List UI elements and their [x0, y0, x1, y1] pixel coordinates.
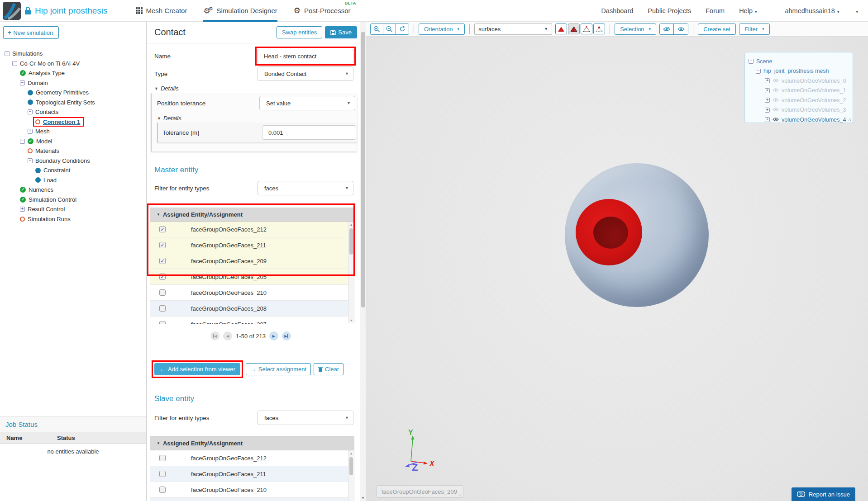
resize-handle[interactable] — [847, 117, 852, 122]
nav-dashboard[interactable]: Dashboard — [601, 7, 633, 14]
tree-item-connection-1[interactable]: Connection 1 — [0, 117, 145, 127]
eye-icon[interactable] — [773, 117, 779, 123]
refresh-button[interactable] — [396, 24, 409, 34]
nav-help-menu[interactable]: Help▾ — [739, 7, 757, 14]
render-surfaces-edges-button[interactable] — [568, 24, 580, 34]
tree-item-materials[interactable]: Materials — [0, 146, 145, 156]
sort-icon[interactable]: ▼ — [157, 213, 160, 217]
tab-simulation-designer[interactable]: ⚙⚙ Simulation Designer — [203, 0, 277, 22]
entity-row[interactable]: faceGroupOnGeoFaces_210 — [150, 482, 354, 498]
collapse-icon[interactable]: − — [5, 51, 10, 56]
master-table-scrollbar[interactable]: ▲ ▼ — [348, 222, 354, 323]
new-simulation-button[interactable]: + New simulation — [3, 26, 59, 39]
render-points-button[interactable] — [593, 24, 605, 34]
extra-menu[interactable]: ▾ — [854, 7, 858, 14]
eye-icon-dim[interactable] — [773, 78, 779, 84]
display-mode-select[interactable]: surfaces ▼ — [474, 24, 552, 35]
tree-item-contacts[interactable]: −Contacts — [0, 107, 145, 117]
tree-item-load[interactable]: Load — [0, 175, 145, 185]
tree-item-co-cr-mo-on-ti-6al-4v[interactable]: −Co-Cr-Mo on Ti-6Al-4V — [0, 59, 145, 69]
scene-volume-volumeongeovolumes-3[interactable]: +volumeOnGeoVolumes_3 — [749, 105, 849, 115]
assigned-checkbox[interactable]: ✓ — [159, 258, 166, 264]
assigned-column-header[interactable]: Assigned — [163, 440, 190, 447]
eye-icon-dim[interactable] — [773, 107, 779, 113]
entity-row[interactable]: faceGroupOnGeoFaces_211 — [150, 466, 354, 482]
slave-filter-select[interactable]: faces▼ — [258, 411, 353, 425]
tree-item-result-control[interactable]: +Result Control — [0, 204, 145, 214]
orientation-dropdown[interactable]: Orientation ▾ — [419, 24, 465, 35]
entity-row[interactable]: ✓faceGroupOnGeoFaces_205 — [150, 269, 354, 285]
entity-row[interactable]: faceGroupOnGeoFaces_207 — [150, 317, 354, 324]
resize-handle[interactable] — [458, 492, 462, 496]
contact-type-select[interactable]: Bonded Contact▼ — [258, 66, 353, 81]
assigned-checkbox[interactable] — [159, 471, 166, 477]
expand-icon[interactable]: + — [765, 108, 770, 113]
entity-row[interactable]: faceGroupOnGeoFaces_208 — [150, 301, 354, 317]
tree-item-topological-entity-sets[interactable]: Topological Entity Sets — [0, 98, 145, 108]
collapse-icon[interactable]: − — [749, 59, 754, 64]
slave-table-scrollbar[interactable]: ▲ — [348, 450, 354, 501]
assigned-checkbox[interactable] — [159, 305, 166, 312]
entity-column-header[interactable]: Entity/Assignment — [191, 440, 243, 447]
assigned-checkbox[interactable] — [159, 321, 166, 324]
simscale-logo[interactable] — [3, 2, 21, 20]
tree-item-mesh[interactable]: +Mesh — [0, 127, 145, 137]
select-assignment-button[interactable]: → Select assignment — [246, 363, 311, 375]
tree-item-boundary-conditions[interactable]: −Boundary Conditions — [0, 156, 145, 166]
create-set-button[interactable]: Create set — [698, 24, 736, 35]
save-button[interactable]: Save — [325, 26, 357, 38]
hide-selection-button[interactable] — [660, 24, 674, 34]
scene-volume-volumeongeovolumes-1[interactable]: +volumeOnGeoVolumes_1 — [749, 86, 849, 96]
expand-icon[interactable]: + — [28, 129, 33, 134]
expand-icon[interactable]: + — [20, 207, 25, 212]
inner-details-toggle[interactable]: ▼ Details — [157, 115, 357, 122]
render-solid-button[interactable] — [555, 24, 567, 34]
entity-column-header[interactable]: Entity/Assignment — [191, 211, 243, 218]
tree-item-constraint[interactable]: Constraint — [0, 165, 145, 175]
tree-item-simulation-runs[interactable]: Simulation Runs — [0, 214, 145, 224]
tolerance-input[interactable] — [262, 125, 356, 140]
eye-icon-dim[interactable] — [773, 97, 779, 104]
report-an-issue-button[interactable]: Report an issue — [792, 487, 855, 501]
collapse-icon[interactable]: − — [28, 158, 33, 163]
last-page-button[interactable]: ▶ — [282, 331, 291, 340]
expand-icon[interactable]: + — [765, 117, 770, 122]
selection-dropdown[interactable]: Selection ▾ — [615, 24, 656, 35]
assigned-checkbox[interactable] — [159, 487, 166, 493]
tab-post-processor[interactable]: ⚙ Post-Processor BETA — [294, 0, 351, 22]
scroll-down-icon[interactable]: ▼ — [348, 317, 354, 323]
scene-root[interactable]: − Scene — [749, 57, 849, 66]
eye-icon-dim[interactable] — [773, 87, 779, 94]
model-bore-hole[interactable] — [593, 217, 628, 249]
tab-mesh-creator[interactable]: Mesh Creator — [136, 0, 187, 22]
entity-row[interactable]: faceGroupOnGeoFaces_209 — [150, 498, 354, 501]
collapse-icon[interactable]: − — [756, 69, 761, 74]
scene-mesh-node[interactable]: − hip_joint_prosthesis mesh — [749, 66, 849, 76]
tree-item-domain[interactable]: −Domain — [0, 78, 145, 88]
first-page-button[interactable]: ◀ — [210, 331, 219, 340]
details-toggle[interactable]: ▼ Details — [154, 85, 179, 92]
contact-name-input[interactable] — [258, 49, 353, 63]
clear-button[interactable]: Clear — [314, 363, 343, 375]
scroll-up-icon[interactable]: ▲ — [348, 450, 354, 456]
scene-volume-volumeongeovolumes-2[interactable]: +volumeOnGeoVolumes_2 — [749, 95, 849, 105]
expand-icon[interactable]: + — [765, 98, 770, 103]
scrollbar-thumb[interactable] — [361, 32, 365, 307]
show-selection-button[interactable] — [674, 24, 688, 34]
scene-volume-volumeongeovolumes-4[interactable]: +volumeOnGeoVolumes_4 — [749, 115, 849, 125]
nav-public-projects[interactable]: Public Projects — [648, 7, 691, 14]
sort-icon[interactable]: ▼ — [157, 441, 160, 445]
user-menu[interactable]: ahmedhussain18▾ — [785, 7, 839, 14]
panel-scrollbar[interactable]: ▼ — [360, 22, 366, 501]
scroll-up-icon[interactable]: ▲ — [348, 222, 354, 227]
expand-icon[interactable]: + — [765, 78, 770, 83]
assigned-checkbox[interactable] — [159, 455, 166, 461]
entity-row[interactable]: ✓faceGroupOnGeoFaces_211 — [150, 237, 354, 253]
tree-item-geometry-primitives[interactable]: Geometry Primitives — [0, 88, 145, 98]
swap-entities-button[interactable]: Swap entities — [277, 26, 322, 38]
assigned-checkbox[interactable]: ✓ — [159, 226, 166, 232]
filter-dropdown[interactable]: Filter ▾ — [739, 24, 769, 35]
collapse-icon[interactable]: − — [20, 80, 25, 85]
entity-row[interactable]: faceGroupOnGeoFaces_212 — [150, 450, 354, 466]
tree-item-simulation-control[interactable]: ✓Simulation Control — [0, 195, 145, 205]
